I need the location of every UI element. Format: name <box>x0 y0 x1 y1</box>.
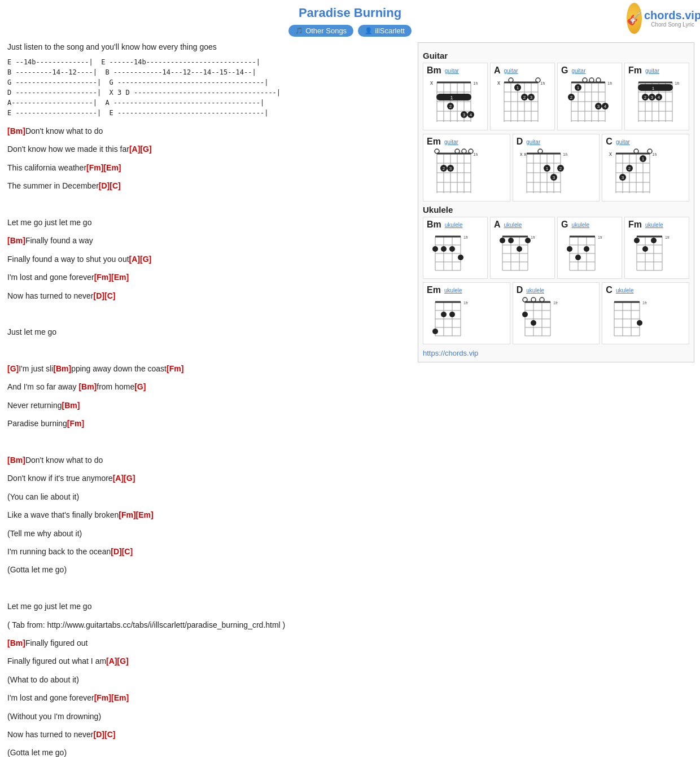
svg-text:x x: x x <box>520 151 527 157</box>
chord-bm-inline: [Bm] <box>7 126 25 135</box>
chord-bm-inline: [Bm] <box>62 401 80 410</box>
chord-c-guitar: C guitar <box>602 134 689 202</box>
lyric-line: Like a wave that's finally broken[Fm][Em… <box>7 509 410 521</box>
lyric-line <box>7 344 410 357</box>
chord-fm-inline: [Fm] <box>86 163 103 172</box>
svg-rect-12 <box>436 94 471 100</box>
svg-text:1fr: 1fr <box>463 301 469 305</box>
logo-brand: chords.vip <box>644 9 700 21</box>
lyric-line: (Gotta let me go) <box>7 746 410 757</box>
svg-point-197 <box>642 246 648 252</box>
lyric-line: [Bm]Finally figured out <box>7 637 410 649</box>
person-icon: 👤 <box>365 27 373 34</box>
lyric-line: Just let me go <box>7 326 410 338</box>
lyric-line: [Bm]Don't know what to do <box>7 454 410 466</box>
chord-g-ukulele: G ukulele <box>557 217 622 279</box>
chord-d-inline: [D] <box>111 547 121 556</box>
lyric-line: [Bm]Don't know what to do <box>7 125 410 137</box>
guitar-section-label: Guitar <box>423 51 689 60</box>
svg-text:4: 4 <box>470 112 473 117</box>
guitar-row-2: Em guitar <box>423 134 689 202</box>
lyric-line: Let me go just let me go <box>7 600 410 612</box>
url-footer[interactable]: https://chords.vip <box>423 349 689 357</box>
svg-point-226 <box>531 320 536 326</box>
svg-text:1fr: 1fr <box>675 81 679 86</box>
lyric-line: Finally found a way to shut you out[A][G… <box>7 253 410 265</box>
svg-text:2: 2 <box>570 95 573 100</box>
chord-bm-ukulele: Bm ukulele <box>423 217 488 279</box>
chords-column: Guitar Bm guitar <box>415 40 697 757</box>
artist-button[interactable]: 👤 illScarlett <box>358 25 412 37</box>
svg-text:3: 3 <box>552 175 555 180</box>
svg-text:1: 1 <box>517 85 519 90</box>
svg-text:1fr: 1fr <box>563 152 567 157</box>
lyric-line: Paradise burning[Fm] <box>7 417 410 430</box>
lyric-line: Let me go just let me go <box>7 216 410 229</box>
lyric-line <box>7 582 410 594</box>
chord-fm-inline: [Fm] <box>94 693 111 702</box>
other-songs-button[interactable]: 🎵 Other Songs <box>288 25 353 37</box>
chord-a-ukulele: A ukulele <box>490 217 555 279</box>
svg-point-184 <box>575 255 581 260</box>
svg-point-169 <box>500 238 505 243</box>
logo-text-block: chords.vip Chord Song Lyric <box>644 9 700 28</box>
lyric-line: (Without you I'm drowning) <box>7 710 410 723</box>
svg-point-170 <box>508 238 514 243</box>
svg-text:1fr: 1fr <box>607 81 612 86</box>
chord-g-inline: [G] <box>124 474 135 483</box>
chord-bm-inline: [Bm] <box>7 456 25 465</box>
svg-text:1fr: 1fr <box>553 301 558 305</box>
chord-bm-inline: [Bm] <box>7 236 25 245</box>
lyric-line: The summer in December[D][C] <box>7 180 410 192</box>
chord-fm-ukulele: Fm ukulele <box>624 217 689 279</box>
lyric-line: (You can lie about it) <box>7 491 410 503</box>
ukulele-row-1: Bm ukulele <box>423 217 689 279</box>
lyric-line: Now has turned to never[D][C] <box>7 728 410 741</box>
svg-text:3: 3 <box>597 104 600 109</box>
chord-em-guitar: Em guitar <box>423 134 510 202</box>
chord-c-inline: [C] <box>110 181 120 190</box>
svg-point-157 <box>449 246 455 252</box>
chord-a-inline: [A] <box>106 657 117 666</box>
chord-c-inline: [C] <box>104 291 115 300</box>
lyric-line: And I'm so far away [Bm]from home[G] <box>7 380 410 393</box>
lyric-line: (Tell me why about it) <box>7 527 410 540</box>
svg-text:2: 2 <box>628 166 631 171</box>
svg-text:4: 4 <box>604 104 607 109</box>
chord-d-guitar: D guitar <box>513 134 600 202</box>
svg-point-156 <box>441 246 447 252</box>
svg-point-155 <box>432 246 438 252</box>
svg-text:x: x <box>430 80 433 86</box>
lyric-line: Finally figured out what I am[A][G] <box>7 655 410 667</box>
page-title: Paradise Burning <box>0 6 700 20</box>
chord-bm-guitar: Bm guitar <box>423 63 488 130</box>
chord-em-inline: [Em] <box>136 510 154 519</box>
svg-text:1fr: 1fr <box>598 235 603 239</box>
svg-text:1fr: 1fr <box>652 152 657 157</box>
svg-text:3: 3 <box>622 175 624 180</box>
lyric-line: Now has turned to never[D][C] <box>7 290 410 302</box>
svg-text:2: 2 <box>449 104 452 109</box>
chord-em-inline: [Em] <box>111 273 129 282</box>
svg-point-211 <box>432 329 438 334</box>
chord-g-inline: [G] <box>140 145 151 154</box>
svg-text:4: 4 <box>658 95 660 100</box>
svg-text:2: 2 <box>443 166 445 171</box>
svg-text:1fr: 1fr <box>531 235 536 239</box>
lyric-line: [Bm]Finally found a way <box>7 234 410 247</box>
lyric-line: This california weather[Fm][Em] <box>7 161 410 174</box>
main-layout: Just listen to the song and you'll know … <box>0 40 700 757</box>
svg-text:3: 3 <box>449 166 452 171</box>
svg-point-210 <box>449 312 455 317</box>
chord-c-inline: [C] <box>104 730 115 739</box>
chord-bm-inline: [Bm] <box>78 382 97 391</box>
chord-fm-inline: [Fm] <box>94 273 111 282</box>
svg-text:1: 1 <box>545 166 548 171</box>
svg-point-196 <box>634 238 640 243</box>
lyric-line <box>7 308 410 320</box>
logo-tagline: Chord Song Lyric <box>644 21 700 28</box>
lyrics-container: [Bm]Don't know what to doDon't know how … <box>7 125 410 757</box>
chord-fm-inline: [Fm] <box>67 419 84 428</box>
svg-text:3: 3 <box>651 95 654 100</box>
chord-g-inline: [G] <box>140 255 151 264</box>
